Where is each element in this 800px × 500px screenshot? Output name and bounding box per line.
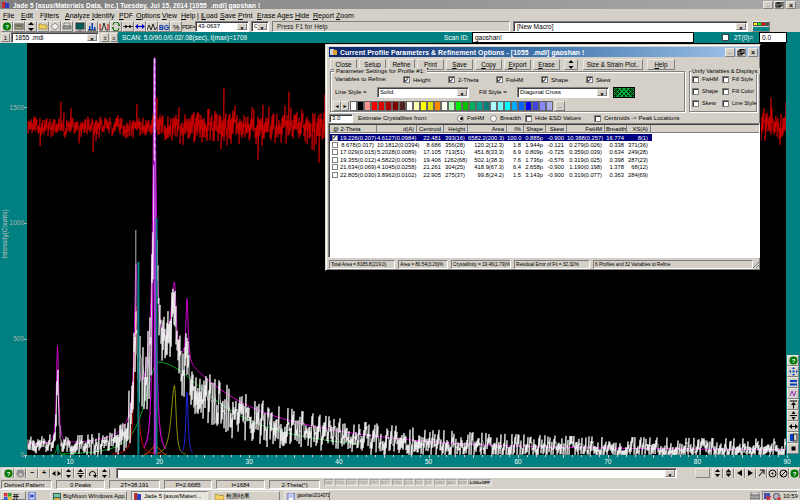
svg-text:?: ? xyxy=(6,471,10,477)
svg-text:%: % xyxy=(173,23,180,32)
svg-text:BG: BG xyxy=(159,24,169,31)
svg-text:?: ? xyxy=(5,24,9,30)
svg-text:?: ? xyxy=(791,358,795,364)
svg-text:?: ? xyxy=(793,471,797,477)
